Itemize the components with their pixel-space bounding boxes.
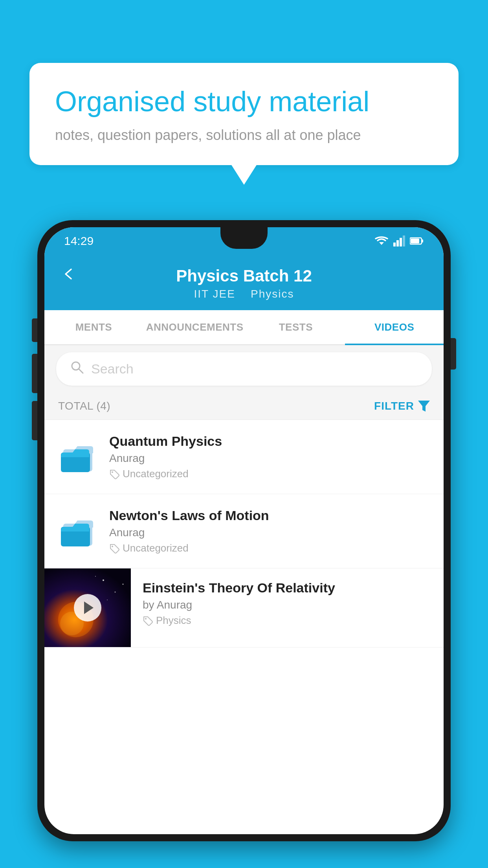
video-tag-label-1: Uncategorized	[123, 468, 189, 480]
tag-icon	[109, 469, 119, 479]
phone-container: 14:29	[37, 220, 451, 868]
status-time: 14:29	[64, 234, 94, 248]
bubble-title: Organised study material	[55, 85, 433, 118]
video-tag-label-3: Physics	[156, 614, 191, 627]
tab-ments[interactable]: MENTS	[44, 310, 143, 344]
battery-icon	[410, 237, 424, 245]
search-placeholder: Search	[91, 361, 134, 377]
notch	[220, 227, 268, 249]
svg-rect-4	[403, 235, 405, 246]
app-bar-row: Physics Batch 12	[60, 267, 428, 285]
svg-point-21	[115, 592, 116, 593]
subtitle-physics: Physics	[251, 288, 294, 300]
tab-announcements[interactable]: ANNOUNCEMENTS	[143, 310, 247, 344]
video-title-2: Newton's Laws of Motion	[109, 508, 430, 523]
list-item[interactable]: Quantum Physics Anurag Uncategorized	[44, 420, 444, 494]
volume-down-button	[32, 401, 37, 440]
list-item[interactable]: Newton's Laws of Motion Anurag Uncategor…	[44, 494, 444, 568]
tab-videos[interactable]: VIDEOS	[345, 310, 444, 344]
video-folder-thumb-2	[58, 513, 97, 549]
status-icons	[374, 235, 424, 246]
total-count: TOTAL (4)	[58, 400, 110, 412]
video-folder-thumb-1	[58, 439, 97, 474]
svg-line-9	[79, 369, 83, 373]
video-tag-label-2: Uncategorized	[123, 542, 189, 554]
video-title-3: Einstein's Theory Of Relativity	[143, 580, 432, 596]
filter-button[interactable]: FILTER	[374, 400, 430, 412]
tab-tests[interactable]: TESTS	[246, 310, 345, 344]
search-icon	[70, 360, 84, 378]
svg-point-22	[107, 600, 108, 600]
video-author-3: by Anurag	[143, 599, 432, 611]
video-info-2: Newton's Laws of Motion Anurag Uncategor…	[109, 508, 430, 554]
back-button[interactable]	[60, 266, 76, 286]
filter-icon	[418, 401, 430, 412]
folder-icon	[60, 441, 95, 473]
filter-label: FILTER	[374, 400, 414, 412]
svg-rect-1	[393, 243, 396, 246]
tag-icon	[109, 543, 119, 554]
svg-point-24	[95, 576, 96, 577]
video-list: Quantum Physics Anurag Uncategorized	[44, 420, 444, 647]
power-button	[451, 338, 456, 370]
search-container: Search	[44, 345, 444, 393]
bubble-subtitle: notes, question papers, solutions all at…	[55, 127, 433, 143]
folder-icon	[60, 515, 95, 547]
play-button[interactable]	[74, 594, 101, 622]
page-title: Physics Batch 12	[176, 267, 312, 285]
svg-point-16	[112, 546, 113, 547]
list-item[interactable]: Einstein's Theory Of Relativity by Anura…	[44, 568, 444, 647]
video-tag-2: Uncategorized	[109, 542, 430, 554]
video-tag-1: Uncategorized	[109, 468, 430, 480]
speech-bubble: Organised study material notes, question…	[29, 63, 459, 165]
phone-outer: 14:29	[37, 220, 451, 841]
search-bar[interactable]: Search	[56, 352, 432, 386]
subtitle-iitjee: IIT JEE	[194, 288, 235, 300]
tab-bar: MENTS ANNOUNCEMENTS TESTS VIDEOS	[44, 310, 444, 345]
svg-rect-6	[422, 239, 423, 243]
svg-rect-2	[396, 240, 399, 246]
svg-rect-7	[411, 239, 419, 243]
video-tag-3: Physics	[143, 614, 432, 627]
app-bar: Physics Batch 12 IIT JEE Physics	[44, 255, 444, 310]
svg-marker-10	[418, 401, 430, 412]
wifi-icon	[374, 235, 389, 246]
video-title-1: Quantum Physics	[109, 434, 430, 449]
video-thumbnail-3	[44, 568, 131, 647]
svg-rect-3	[400, 238, 402, 246]
volume-silent-button	[32, 318, 37, 342]
svg-point-20	[103, 579, 104, 581]
signal-icon	[393, 235, 405, 246]
video-author-2: Anurag	[109, 526, 430, 539]
video-author-1: Anurag	[109, 452, 430, 465]
svg-point-23	[123, 584, 124, 585]
svg-marker-0	[379, 242, 384, 245]
tag-icon	[143, 616, 153, 626]
status-bar: 14:29	[44, 227, 444, 255]
volume-up-button	[32, 354, 37, 393]
phone-screen: 14:29	[44, 227, 444, 834]
svg-point-25	[145, 618, 147, 620]
app-subtitle: IIT JEE Physics	[194, 288, 294, 300]
video-info-3: Einstein's Theory Of Relativity by Anura…	[131, 568, 444, 638]
video-info-1: Quantum Physics Anurag Uncategorized	[109, 434, 430, 480]
svg-point-13	[112, 471, 113, 473]
filter-bar: TOTAL (4) FILTER	[44, 393, 444, 420]
